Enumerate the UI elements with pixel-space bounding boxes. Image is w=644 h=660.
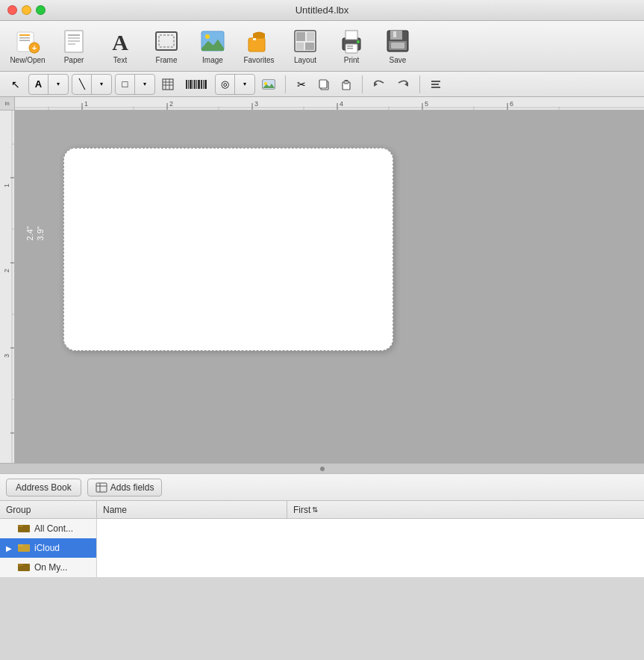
svg-text:+: +: [32, 43, 37, 52]
undo-button[interactable]: [369, 75, 390, 94]
align-button[interactable]: [426, 75, 446, 94]
svg-point-15: [205, 34, 210, 39]
bottom-toolbar: Address Book Adds fields: [0, 474, 644, 501]
contact-list: Group Name First ⇅: [0, 501, 644, 577]
toolbar-print[interactable]: Print: [330, 25, 373, 68]
maximize-button[interactable]: [36, 5, 46, 15]
adds-fields-icon: [96, 482, 107, 493]
image-icon: [199, 28, 226, 55]
stamp-arrow-icon: ▾: [243, 81, 246, 87]
paste-icon: [340, 78, 352, 90]
text-tool-arrow-icon: ▾: [57, 81, 60, 87]
stamp-tool-button[interactable]: ◎: [216, 75, 235, 94]
toolbar-new-open[interactable]: + New/Open: [6, 25, 49, 68]
text-tool-dropdown[interactable]: ▾: [49, 75, 68, 94]
selected-group-arrow-icon: ▶: [6, 544, 13, 552]
svg-rect-56: [345, 80, 348, 81]
svg-rect-41: [190, 80, 192, 89]
svg-marker-58: [404, 82, 408, 87]
svg-rect-13: [159, 35, 174, 47]
scroll-indicator: [0, 463, 644, 473]
shape-tool-group: □ ▾: [115, 74, 155, 95]
svg-rect-53: [319, 80, 327, 88]
list-header: Group Name First ⇅: [0, 501, 644, 519]
close-button[interactable]: [7, 5, 17, 15]
group-folder-icon: [18, 523, 30, 535]
table-tool-button[interactable]: [158, 75, 178, 94]
new-open-label: New/Open: [10, 56, 45, 64]
cut-icon: ✂: [297, 78, 306, 90]
cut-button[interactable]: ✂: [292, 75, 311, 94]
sort-arrow-icon: ⇅: [312, 505, 318, 514]
frame-icon: [153, 28, 180, 55]
groups-column: All Cont... ▶ iCloud: [0, 519, 97, 577]
stamp-tool-group: ◎ ▾: [215, 74, 255, 95]
svg-text:A: A: [112, 30, 128, 55]
secondary-toolbar: ↖ A ▾ ╲ ▾ □ ▾: [0, 72, 644, 97]
image-label: Image: [202, 56, 223, 64]
shape-tool-dropdown[interactable]: ▾: [135, 75, 154, 94]
toolbar-layout[interactable]: Layout: [284, 25, 327, 68]
bottom-panel: Address Book Adds fields Group Name Firs…: [0, 473, 644, 577]
list-item[interactable]: On My...: [0, 558, 96, 577]
svg-rect-96: [96, 483, 107, 492]
select-tool-button[interactable]: ↖: [6, 75, 25, 94]
window-controls: [7, 5, 46, 15]
window-title: Untitled4.lbx: [296, 4, 349, 16]
line-tool-button[interactable]: ╲: [72, 75, 92, 94]
svg-rect-39: [186, 80, 187, 89]
select-icon: ↖: [11, 78, 20, 90]
svg-rect-83: [0, 110, 15, 463]
svg-rect-17: [253, 38, 256, 40]
svg-rect-3: [19, 40, 30, 42]
svg-point-28: [357, 40, 360, 43]
svg-rect-40: [188, 80, 189, 89]
layout-icon: [292, 28, 319, 55]
photo-icon: [262, 78, 275, 90]
svg-text:6: 6: [510, 100, 513, 108]
svg-rect-62: [15, 97, 644, 110]
main-toolbar: + New/Open Paper A Text: [0, 21, 644, 72]
label-card[interactable]: [63, 148, 393, 351]
svg-text:5: 5: [425, 100, 428, 108]
adds-fields-button[interactable]: Adds fields: [87, 479, 163, 496]
width-dimension: 2.4": [25, 226, 34, 240]
minimize-button[interactable]: [22, 5, 31, 15]
copy-button[interactable]: [314, 75, 334, 94]
line-tool-dropdown[interactable]: ▾: [92, 75, 111, 94]
svg-text:2: 2: [169, 100, 173, 108]
save-icon: [384, 28, 411, 55]
canvas-workspace[interactable]: 2.4" 3.9": [15, 110, 644, 463]
onmy-folder-icon: [18, 561, 30, 574]
address-book-button[interactable]: Address Book: [6, 479, 81, 496]
paper-label: Paper: [64, 56, 84, 64]
canvas-area: 1 2 3 2.4" 3.9": [0, 110, 644, 463]
svg-rect-61: [431, 87, 440, 88]
toolbar-image[interactable]: Image: [191, 25, 234, 68]
svg-rect-46: [201, 80, 202, 89]
text-tool-button[interactable]: A: [29, 75, 49, 94]
group-item-label: All Cont...: [34, 523, 73, 534]
toolbar-frame[interactable]: Frame: [145, 25, 188, 68]
contacts-area[interactable]: [97, 519, 644, 577]
toolbar-text[interactable]: A Text: [99, 25, 142, 68]
svg-rect-59: [431, 81, 440, 82]
toolbar-favorites[interactable]: Favorites: [237, 25, 281, 68]
svg-rect-47: [203, 80, 204, 89]
list-item[interactable]: ▶ iCloud: [0, 538, 96, 558]
photo-tool-button[interactable]: [258, 75, 279, 94]
svg-rect-20: [307, 32, 314, 41]
toolbar-paper[interactable]: Paper: [52, 25, 96, 68]
svg-text:3: 3: [3, 354, 10, 358]
stamp-tool-dropdown[interactable]: ▾: [235, 75, 254, 94]
list-item[interactable]: All Cont...: [0, 519, 96, 538]
separator-3: [419, 75, 420, 93]
new-open-icon: +: [14, 28, 41, 55]
scroll-dot: [320, 467, 325, 471]
toolbar-save[interactable]: Save: [376, 25, 419, 68]
shape-tool-button[interactable]: □: [116, 75, 135, 94]
redo-button[interactable]: [393, 75, 413, 94]
paste-button[interactable]: [337, 75, 356, 94]
barcode-tool-button[interactable]: [181, 75, 212, 94]
svg-rect-21: [296, 43, 304, 50]
